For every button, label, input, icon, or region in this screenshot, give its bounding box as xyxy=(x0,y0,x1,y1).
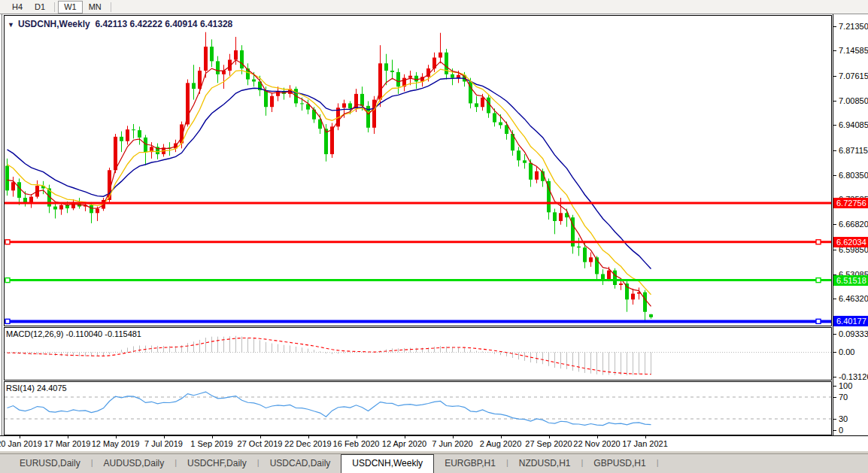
date-axis-label: 7 Jul 2019 xyxy=(144,439,183,448)
date-axis-label: 2 Aug 2020 xyxy=(480,439,522,448)
price-axis-label: 7.14585 xyxy=(833,46,868,56)
price-axis-label: 7.21350 xyxy=(833,22,868,32)
macd-axis-label: 0.00 xyxy=(833,347,854,357)
price-line-box-6.62034[interactable]: 6.62034 xyxy=(833,237,868,247)
axis-tick xyxy=(833,175,836,176)
date-axis-tick xyxy=(260,436,261,438)
date-axis-tick xyxy=(645,436,646,438)
date-axis-label: 17 Jan 2021 xyxy=(622,439,668,448)
symbol-tab-bar: EURUSD,Daily|AUDUSD,Daily|USDCHF,Daily|U… xyxy=(0,453,868,473)
rsi-axis-label: 0 xyxy=(833,426,843,435)
date-axis-label: 17 Mar 2019 xyxy=(44,439,91,448)
tab-separator: | xyxy=(657,454,659,473)
date-axis-tick xyxy=(308,436,309,438)
rsi-indicator-label: RSI(14) 24.4075 xyxy=(6,384,67,393)
date-axis-label: 12 May 2019 xyxy=(92,439,140,448)
axis-tick xyxy=(833,397,836,398)
date-axis-label: 22 Nov 2020 xyxy=(573,439,620,448)
axis-tick xyxy=(833,419,836,420)
price-axis-label: 7.07615 xyxy=(833,71,868,81)
price-axis-label: 7.00850 xyxy=(833,96,868,106)
chart-symbol: USDCNH,Weekly xyxy=(18,19,90,29)
axis-tick xyxy=(833,386,836,387)
price-line-box-6.40177[interactable]: 6.40177 xyxy=(833,316,868,326)
price-axis-label: 6.87115 xyxy=(833,146,868,156)
rsi-panel-canvas[interactable] xyxy=(0,381,832,435)
tab-eurgbp-h1[interactable]: EURGBP,H1 xyxy=(434,454,506,473)
axis-tick xyxy=(833,430,836,431)
symbol-dropdown-arrow[interactable]: ▼ xyxy=(8,21,14,29)
axis-tick xyxy=(833,101,836,102)
timeframe-w1-button[interactable]: W1 xyxy=(58,1,83,14)
timeframe-d1-button[interactable]: D1 xyxy=(29,1,51,14)
date-axis-tick xyxy=(68,436,68,438)
date-axis-tick xyxy=(549,436,550,438)
date-axis-tick xyxy=(597,436,598,438)
trading-platform-window: H4D1W1MN ▼USDCNH,Weekly 6.42113 6.42222 … xyxy=(0,0,868,473)
date-axis-tick xyxy=(501,436,502,438)
axis-tick xyxy=(833,334,836,335)
chart-title: ▼USDCNH,Weekly 6.42113 6.42222 6.40914 6… xyxy=(8,19,232,29)
date-axis-tick xyxy=(453,436,454,438)
tab-gbpusd-h1[interactable]: GBPUSD,H1 xyxy=(583,454,656,473)
rsi-axis-label: 100 xyxy=(833,381,852,391)
price-line-box-6.72756[interactable]: 6.72756 xyxy=(833,198,868,208)
date-axis-label: 22 Dec 2019 xyxy=(284,439,331,448)
rsi-axis-label: 30 xyxy=(833,414,848,424)
date-axis-tick xyxy=(212,436,213,438)
chart-ohlc-values: 6.42113 6.42222 6.40914 6.41328 xyxy=(95,19,232,29)
tab-nzdusd-h1[interactable]: NZDUSD,H1 xyxy=(508,454,581,473)
axis-tick xyxy=(833,50,836,51)
tab-eurusd-daily[interactable]: EURUSD,Daily xyxy=(9,454,91,473)
main-chart-canvas[interactable] xyxy=(0,15,832,327)
date-axis-tick xyxy=(116,436,117,438)
rsi-axis-label: 70 xyxy=(833,393,848,402)
date-axis-label: 16 Feb 2020 xyxy=(333,439,380,448)
timeframe-h4-button[interactable]: H4 xyxy=(6,1,29,14)
date-axis-label: 12 Apr 2020 xyxy=(382,439,426,448)
date-axis-label: 20 Jan 2019 xyxy=(0,439,42,448)
price-axis-label: 6.80350 xyxy=(833,171,868,180)
date-axis-label: 27 Sep 2020 xyxy=(525,439,572,448)
date-axis-tick xyxy=(357,436,357,438)
macd-indicator-label: MACD(12,26,9) -0.110040 -0.115481 xyxy=(6,329,141,338)
price-axis-label: 6.66820 xyxy=(833,220,868,229)
axis-tick xyxy=(833,377,836,377)
price-axis-label: 6.94085 xyxy=(833,120,868,130)
toolbar-separator xyxy=(111,2,111,12)
axis-tick xyxy=(833,224,836,225)
axis-tick xyxy=(833,26,836,27)
date-axis-tick xyxy=(20,436,20,438)
time-scale[interactable]: 20 Jan 201917 Mar 201912 May 20197 Jul 2… xyxy=(0,435,868,451)
tab-usdcnh-weekly[interactable]: USDCNH,Weekly xyxy=(341,454,434,473)
tab-audusd-daily[interactable]: AUDUSD,Daily xyxy=(93,454,175,473)
toolbar-separator xyxy=(54,2,55,12)
axis-tick xyxy=(833,76,836,77)
axis-tick xyxy=(833,125,836,126)
axis-tick xyxy=(833,250,836,250)
tab-usdcad-daily[interactable]: USDCAD,Daily xyxy=(259,454,341,473)
date-axis-label: 27 Oct 2019 xyxy=(238,439,283,448)
price-axis-label: 6.46320 xyxy=(833,294,868,304)
price-line-box-6.51518[interactable]: 6.51518 xyxy=(833,275,868,286)
axis-tick xyxy=(833,299,836,299)
macd-axis-label: 0.09333 xyxy=(833,329,868,339)
date-axis-label: 7 Jun 2020 xyxy=(432,439,472,448)
axis-tick xyxy=(833,352,836,353)
date-axis-label: 1 Sep 2019 xyxy=(190,439,232,448)
timeframe-toolbar: H4D1W1MN xyxy=(0,0,868,14)
tab-usdchf-daily[interactable]: USDCHF,Daily xyxy=(177,454,257,473)
timeframe-mn-button[interactable]: MN xyxy=(83,1,108,14)
date-axis-tick xyxy=(405,436,405,438)
price-scale[interactable]: 7.213507.145857.076157.008506.940856.871… xyxy=(833,14,868,451)
axis-tick xyxy=(833,150,836,151)
date-axis-tick xyxy=(164,436,165,438)
